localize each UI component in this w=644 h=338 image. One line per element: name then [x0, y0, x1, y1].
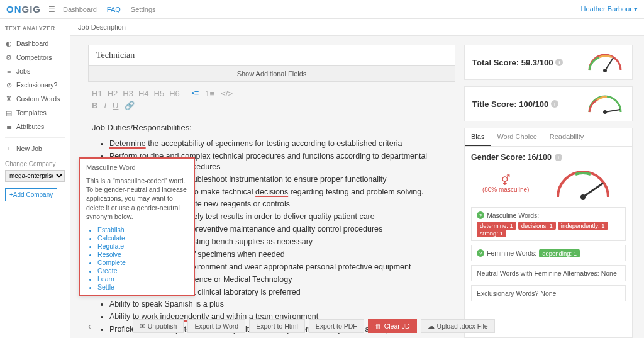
trash-icon: 🗑 [375, 322, 382, 330]
popup-title: Masculine Word [86, 164, 187, 171]
info-icon[interactable]: i [551, 100, 558, 108]
popup-body: This is a "masculine-coded" word. To be … [86, 176, 187, 221]
sidebar-item-jobs[interactable]: ≡Jobs [5, 64, 65, 78]
heading-h3[interactable]: H3 [123, 89, 133, 98]
svg-line-2 [605, 110, 620, 112]
clear-jd-button[interactable]: 🗑Clear JD [368, 319, 417, 333]
title-score-gauge [586, 93, 625, 115]
neutral-words-box: Neutral Words with Feminine Alternatives… [471, 265, 626, 281]
heading-h4[interactable]: H4 [138, 89, 149, 98]
tab-word-choice[interactable]: Word Choice [491, 128, 543, 146]
svg-line-4 [583, 183, 603, 197]
suggestion-item[interactable]: Learn [97, 275, 187, 283]
person-icon: ⚥ [482, 174, 529, 186]
total-score-card: Total Score: 59.3/100 i [464, 45, 633, 80]
sidebar-item-dashboard[interactable]: ◐Dashboard [5, 37, 65, 50]
sidebar-item-exclusionary-[interactable]: ⊘Exclusionary? [5, 78, 65, 92]
masculine-word-popup: Masculine Word This is a "masculine-code… [79, 157, 195, 296]
heading-h2[interactable]: H2 [108, 89, 118, 98]
editor-toolbar: H1H2H3H4H5H6 ⦁≡ 1≡ </> [88, 82, 455, 101]
title-score-card: Title Score: 100/100 i [464, 86, 633, 121]
plus-icon: + [5, 145, 13, 152]
svg-line-0 [605, 58, 613, 70]
change-company-label: Change Company [5, 161, 65, 167]
masculine-words-box: ? Masculine Words: determine: 1 decision… [471, 207, 626, 241]
hamburger-icon[interactable]: ☰ [48, 5, 55, 14]
svg-point-3 [603, 110, 607, 114]
sidebar-item-competitors[interactable]: ⚙Competitors [5, 50, 65, 64]
suggestion-item[interactable]: Regulate [97, 242, 187, 250]
heading-h1[interactable]: H1 [92, 89, 103, 98]
word-chip[interactable]: depending: 1 [539, 249, 580, 257]
breadcrumb: Job Description [70, 19, 644, 36]
tab-bias[interactable]: Bias [465, 128, 491, 146]
exclusionary-words-box: Exclusionary Words? None [471, 285, 626, 301]
gender-gauge [552, 167, 614, 201]
sidebar-item-templates[interactable]: ▤Templates [5, 106, 65, 120]
gender-score-label: Gender Score: 16/100 i [471, 153, 626, 162]
suggestion-item[interactable]: Establish [97, 226, 187, 234]
sidebar-new-job[interactable]: + New Job [5, 142, 65, 155]
sidebar-item-custom-words[interactable]: ♜Custom Words [5, 92, 65, 106]
topnav-faq[interactable]: FAQ [107, 6, 121, 13]
code-icon[interactable]: </> [221, 89, 233, 98]
upload-icon: ☁ [428, 322, 435, 330]
bold-icon[interactable]: B [92, 101, 97, 110]
unpublish-button[interactable]: ✉Unpublish [133, 319, 184, 333]
sidebar-item-attributes[interactable]: ≣Attributes [5, 120, 65, 133]
svg-point-5 [580, 194, 586, 200]
job-title-input[interactable]: Technician [88, 45, 455, 66]
link-icon[interactable]: 🔗 [125, 101, 135, 110]
upload-docx-button[interactable]: ☁Upload .docx File [421, 319, 495, 333]
export-pdf-button[interactable]: Export to PDF [309, 319, 364, 333]
sidebar-title: TEXT ANALYZER [5, 25, 65, 31]
underline-icon[interactable]: U [113, 101, 118, 110]
suggestion-item[interactable]: Settle [97, 283, 187, 291]
list-item: Determine the acceptability of specimens… [109, 138, 452, 149]
ordered-list-icon[interactable]: 1≡ [205, 89, 214, 98]
word-chip[interactable]: independently: 1 [558, 222, 608, 230]
topnav-settings[interactable]: Settings [131, 6, 156, 13]
suggestion-item[interactable]: Create [97, 267, 187, 274]
feminine-words-box: ? Feminine Words: depending: 1 [471, 245, 626, 261]
heading-h6[interactable]: H6 [169, 89, 180, 98]
user-menu[interactable]: Heather Barbour ▾ [581, 5, 638, 13]
suggestion-item[interactable]: Resolve [97, 251, 187, 258]
mail-icon: ✉ [140, 322, 145, 330]
feminine-indicator: ⚥ (80% masculine) [482, 174, 529, 193]
topnav-dashboard[interactable]: Dashboard [63, 6, 97, 13]
help-icon[interactable]: ? [477, 211, 484, 219]
word-chip[interactable]: strong: 1 [477, 229, 506, 237]
export-html-button[interactable]: Export to Html [249, 319, 305, 333]
suggestion-item[interactable]: Calculate [97, 234, 187, 242]
collapse-icon[interactable]: ‹ [88, 321, 91, 331]
word-chip[interactable]: decisions: 1 [518, 222, 556, 230]
show-additional-fields-button[interactable]: Show Additional Fields [88, 66, 455, 82]
list-item: Ability to speak Spanish is a plus [109, 299, 452, 310]
export-word-button[interactable]: Export to Word [187, 319, 245, 333]
info-icon[interactable]: i [555, 59, 563, 66]
suggestion-item[interactable]: Complete [97, 259, 187, 266]
brand-logo: ONGIG [6, 4, 41, 14]
svg-point-1 [603, 69, 607, 72]
info-icon[interactable]: i [555, 154, 562, 161]
tab-readability[interactable]: Readability [543, 128, 590, 146]
bullet-list-icon[interactable]: ⦁≡ [191, 88, 199, 98]
heading-h5[interactable]: H5 [154, 89, 165, 98]
help-icon[interactable]: ? [477, 249, 484, 257]
total-score-gauge [586, 52, 625, 73]
italic-icon[interactable]: I [104, 101, 106, 110]
add-company-button[interactable]: +Add Company [5, 188, 57, 201]
company-select[interactable]: mega-enterprises [5, 170, 65, 182]
